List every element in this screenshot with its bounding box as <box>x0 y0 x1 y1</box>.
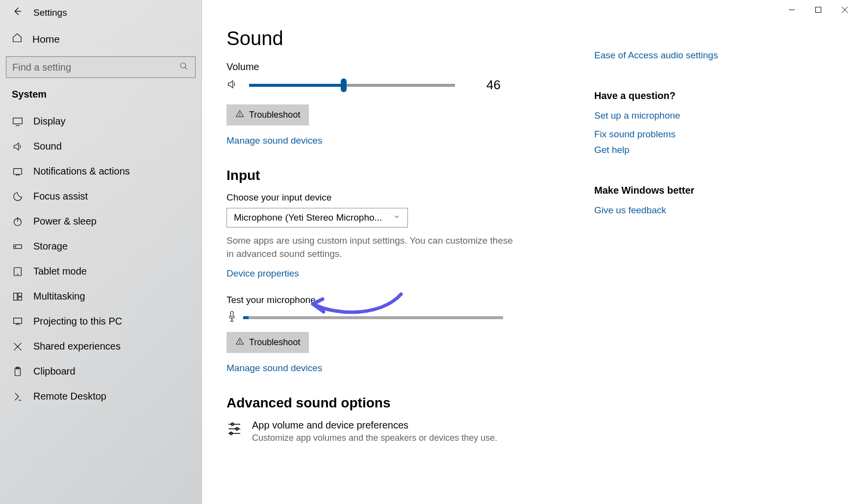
have-question-heading: Have a question? <box>594 90 718 101</box>
dropdown-value: Microphone (Yeti Stereo Micropho... <box>234 212 382 223</box>
fix-sound-link[interactable]: Fix sound problems <box>594 129 718 140</box>
nav-label: Multitasking <box>33 291 85 302</box>
ease-of-access-link[interactable]: Ease of Access audio settings <box>594 50 718 61</box>
svg-point-31 <box>240 343 240 343</box>
svg-rect-9 <box>14 168 22 174</box>
troubleshoot-input-button[interactable]: Troubleshoot <box>227 332 309 353</box>
button-label: Troubleshoot <box>249 110 300 120</box>
shared-icon <box>12 341 24 352</box>
svg-rect-27 <box>230 311 233 317</box>
nav-sound[interactable]: Sound <box>0 134 202 159</box>
projecting-icon <box>12 316 24 327</box>
warning-icon <box>235 109 244 121</box>
remote-icon <box>12 391 24 402</box>
nav-label: Projecting to this PC <box>33 316 122 327</box>
nav-display[interactable]: Display <box>0 109 202 134</box>
nav-focus-assist[interactable]: Focus assist <box>0 184 202 209</box>
nav-label: Clipboard <box>33 366 76 377</box>
nav-label: Power & sleep <box>33 216 97 227</box>
search-input[interactable] <box>12 62 179 73</box>
manage-devices-link-output[interactable]: Manage sound devices <box>227 135 322 146</box>
storage-icon <box>12 241 24 252</box>
manage-devices-link-input[interactable]: Manage sound devices <box>227 363 322 374</box>
display-icon <box>12 116 24 127</box>
test-mic-label: Test your microphone <box>227 295 560 305</box>
nav-label: Remote Desktop <box>33 391 106 402</box>
choose-input-label: Choose your input device <box>227 192 560 203</box>
page-title: Sound <box>227 27 560 50</box>
svg-rect-7 <box>13 118 22 124</box>
svg-rect-17 <box>18 293 22 296</box>
advanced-heading: Advanced sound options <box>227 395 560 411</box>
nav-label: Display <box>33 116 66 127</box>
sidebar-section-label: System <box>0 89 202 109</box>
setup-microphone-link[interactable]: Set up a microphone <box>594 110 718 121</box>
right-panel: Ease of Access audio settings Have a que… <box>560 27 718 504</box>
device-properties-link[interactable]: Device properties <box>227 268 299 279</box>
minimize-button[interactable] <box>779 0 805 20</box>
make-windows-better-heading: Make Windows better <box>594 185 718 196</box>
svg-rect-18 <box>18 297 22 300</box>
microphone-icon <box>227 310 237 325</box>
svg-line-6 <box>185 67 187 70</box>
troubleshoot-output-button[interactable]: Troubleshoot <box>227 104 309 126</box>
svg-point-13 <box>15 246 16 247</box>
nav-label: Notifications & actions <box>33 166 130 177</box>
input-heading: Input <box>227 168 560 183</box>
custom-input-note: Some apps are using custom input setting… <box>227 234 516 260</box>
svg-rect-1 <box>816 7 821 13</box>
nav-label: Storage <box>33 241 68 252</box>
nav-label: Focus assist <box>33 191 88 202</box>
sound-icon <box>12 141 24 152</box>
tablet-icon <box>12 266 24 277</box>
nav-tablet-mode[interactable]: Tablet mode <box>0 259 202 284</box>
chevron-down-icon <box>393 212 401 223</box>
window-title: Settings <box>33 7 67 18</box>
search-input-container[interactable] <box>6 56 196 78</box>
nav-notifications[interactable]: Notifications & actions <box>0 159 202 184</box>
notifications-icon <box>12 166 24 177</box>
nav-label: Sound <box>33 141 62 152</box>
mic-level-meter <box>243 316 503 319</box>
back-button[interactable] <box>12 6 23 20</box>
focus-assist-icon <box>12 191 24 202</box>
nav-projecting[interactable]: Projecting to this PC <box>0 309 202 334</box>
search-icon <box>179 62 188 73</box>
svg-point-5 <box>180 63 186 68</box>
warning-icon <box>235 337 244 348</box>
svg-rect-16 <box>14 293 17 300</box>
nav-power-sleep[interactable]: Power & sleep <box>0 209 202 234</box>
svg-rect-19 <box>14 318 22 323</box>
multitasking-icon <box>12 291 24 302</box>
power-icon <box>12 216 24 227</box>
nav-shared-experiences[interactable]: Shared experiences <box>0 334 202 359</box>
nav-clipboard[interactable]: Clipboard <box>0 359 202 384</box>
nav-remote-desktop[interactable]: Remote Desktop <box>0 384 202 409</box>
svg-point-26 <box>240 115 240 116</box>
input-device-dropdown[interactable]: Microphone (Yeti Stereo Micropho... <box>227 208 408 227</box>
nav-storage[interactable]: Storage <box>0 234 202 259</box>
get-help-link[interactable]: Get help <box>594 145 718 155</box>
close-button[interactable] <box>832 0 858 20</box>
clipboard-icon <box>12 366 24 377</box>
adv-item-title: App volume and device preferences <box>252 420 497 431</box>
nav-home[interactable]: Home <box>0 26 202 56</box>
volume-value: 46 <box>486 77 501 93</box>
sliders-icon <box>227 420 242 437</box>
give-feedback-link[interactable]: Give us feedback <box>594 205 718 216</box>
sidebar: Settings Home System Display Sound Notif… <box>0 0 202 504</box>
button-label: Troubleshoot <box>249 337 300 348</box>
volume-slider[interactable] <box>249 84 455 87</box>
app-volume-preferences[interactable]: App volume and device preferences Custom… <box>227 420 560 443</box>
home-icon <box>12 32 23 46</box>
nav-label: Shared experiences <box>33 341 121 352</box>
nav-home-label: Home <box>32 33 60 45</box>
nav-label: Tablet mode <box>33 266 87 277</box>
volume-label: Volume <box>227 61 560 73</box>
nav-multitasking[interactable]: Multitasking <box>0 284 202 309</box>
maximize-button[interactable] <box>805 0 832 20</box>
volume-icon <box>227 79 237 92</box>
adv-item-sub: Customize app volumes and the speakers o… <box>252 433 497 443</box>
